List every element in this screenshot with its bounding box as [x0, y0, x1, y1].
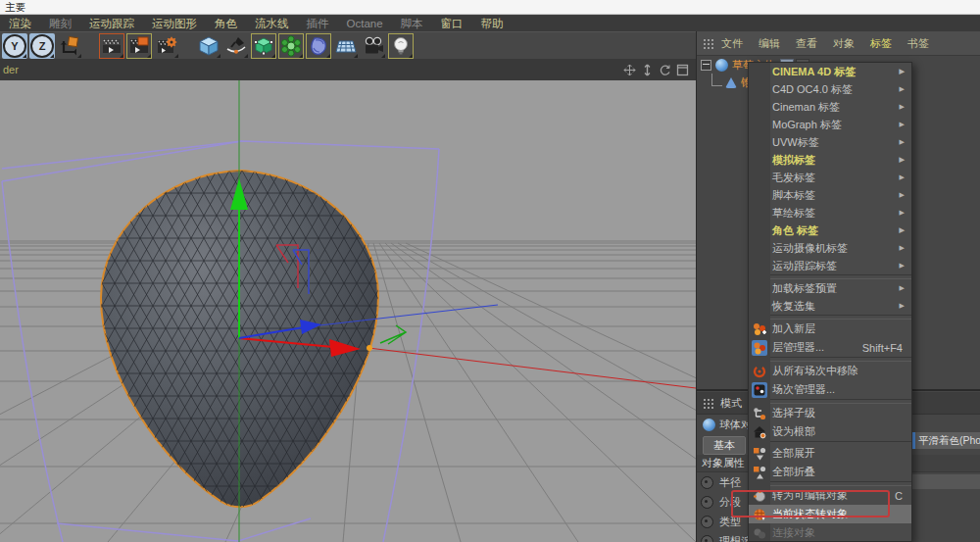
- viewport-scene: [0, 80, 696, 542]
- pan-icon[interactable]: [623, 64, 636, 76]
- menu-item-current-state-to-object[interactable]: 当前状态转对象: [749, 505, 911, 523]
- menu-item-add-new-layer[interactable]: 加入新层: [749, 320, 911, 338]
- object-manager-menu-item[interactable]: 查看: [788, 36, 825, 51]
- menu-item-connect-objects[interactable]: 连接对象: [749, 523, 911, 542]
- tag-submenu-item[interactable]: UVW标签▶: [749, 133, 911, 151]
- y-axis-lock-button[interactable]: Y: [2, 33, 27, 59]
- main-toolbar: Y Z: [0, 31, 696, 59]
- subdivision-surface-button[interactable]: [251, 33, 276, 59]
- tag-submenu-item[interactable]: C4D OC4.0 标签▶: [749, 80, 911, 98]
- tag-submenu-item[interactable]: 角色 标签▶: [749, 222, 911, 239]
- main-menu-item[interactable]: 脚本: [392, 17, 432, 31]
- submenu-arrow-icon: ▶: [900, 226, 905, 234]
- cube-primitive-button[interactable]: [196, 33, 221, 59]
- object-manager-menu-item[interactable]: 编辑: [751, 36, 788, 51]
- keyframe-dot-icon[interactable]: [701, 516, 713, 528]
- tag-submenu-item[interactable]: 草绘标签▶: [749, 204, 911, 222]
- panel-grip-icon[interactable]: [703, 38, 713, 49]
- keyframe-dot-icon[interactable]: [701, 496, 713, 509]
- tag-submenu-item[interactable]: 脚本标签▶: [749, 186, 911, 204]
- main-menu-item[interactable]: 帮助: [472, 17, 513, 31]
- zoom-icon[interactable]: [641, 64, 654, 76]
- layout-tab-label[interactable]: 主要: [5, 1, 25, 13]
- tag-submenu-item[interactable]: 模拟标签▶: [749, 151, 911, 169]
- tag-submenu-item[interactable]: 毛发标签▶: [749, 169, 911, 186]
- deformer-icon: [308, 35, 329, 57]
- property-row[interactable]: 分段: [701, 492, 741, 512]
- layout-tab-bar: 主要: [0, 0, 980, 15]
- main-menu-item[interactable]: Octane: [338, 18, 392, 29]
- menu-item-remove-from-takes[interactable]: 从所有场次中移除: [749, 362, 911, 380]
- submenu-arrow-icon: ▶: [900, 209, 905, 217]
- menu-item-fold-all[interactable]: 全部折叠: [749, 463, 911, 481]
- main-menu-item[interactable]: 渲染: [0, 17, 40, 31]
- main-menu-item[interactable]: 运动跟踪: [80, 17, 143, 31]
- submenu-arrow-icon: ▶: [900, 302, 905, 310]
- object-manager-menu-item[interactable]: 标签: [862, 36, 900, 51]
- object-manager-menu-item[interactable]: 对象: [825, 36, 862, 51]
- main-menu-item[interactable]: 角色: [206, 17, 246, 31]
- camera-icon: [363, 35, 384, 57]
- select-children-icon: [752, 406, 767, 421]
- menu-item-layer-manager[interactable]: 层管理器... Shift+F4: [749, 338, 911, 357]
- main-menu-item[interactable]: 雕刻: [40, 17, 80, 31]
- render-settings-button[interactable]: [154, 33, 179, 59]
- keyframe-dot-icon[interactable]: [701, 476, 713, 489]
- keyframe-dot-icon[interactable]: [701, 535, 713, 542]
- preset-submenu-item[interactable]: 恢复选集▶: [749, 297, 911, 315]
- tag-submenu-item[interactable]: 运动跟踪标签▶: [749, 257, 911, 274]
- tree-branch: [711, 74, 722, 86]
- tag-submenu-item[interactable]: MoGraph 标签▶: [749, 116, 911, 133]
- menu-item-unfold-all[interactable]: 全部展开: [749, 444, 911, 463]
- take-manager-icon: [752, 382, 767, 398]
- subdivision-surface-icon: [253, 35, 274, 57]
- deformer-button[interactable]: [306, 33, 331, 59]
- main-menu-bar: 渲染雕刻运动跟踪运动图形角色流水线插件Octane脚本窗口帮助: [0, 16, 980, 31]
- phong-tag-field[interactable]: 平滑着色(Phong: [912, 432, 980, 449]
- menu-item-make-editable[interactable]: 转为可编辑对象 C: [749, 486, 911, 505]
- viewport-3d-canvas[interactable]: [0, 80, 696, 542]
- floor-environment-button[interactable]: [333, 33, 359, 59]
- attribute-value-band: [912, 474, 980, 489]
- object-manager-menu-item[interactable]: 文件: [713, 36, 751, 51]
- render-view-button[interactable]: [99, 33, 124, 59]
- coordinate-system-button[interactable]: [57, 33, 82, 59]
- tab-basic[interactable]: 基本: [703, 436, 746, 455]
- main-menu-item[interactable]: 窗口: [432, 17, 472, 31]
- object-manager-menu-item[interactable]: 书签: [900, 36, 937, 51]
- submenu-arrow-icon: ▶: [900, 103, 905, 111]
- panel-grip-icon[interactable]: [703, 398, 713, 409]
- rotate-icon[interactable]: [659, 64, 671, 76]
- main-menu-item[interactable]: 运动图形: [143, 17, 206, 31]
- property-row[interactable]: 类型: [701, 512, 741, 531]
- submenu-arrow-icon: ▶: [900, 191, 905, 199]
- viewport-title: der: [0, 64, 19, 75]
- render-to-picture-viewer-button[interactable]: [126, 33, 152, 59]
- preset-submenu-item[interactable]: 加载标签预置▶: [749, 279, 911, 297]
- submenu-arrow-icon: ▶: [900, 138, 905, 146]
- tag-submenu-item[interactable]: Cineman 标签▶: [749, 98, 911, 116]
- collapse-toggle-icon[interactable]: [701, 60, 711, 71]
- set-as-root-icon: [752, 424, 767, 440]
- mograph-button[interactable]: [278, 33, 304, 59]
- mode-menu[interactable]: 模式: [720, 396, 742, 411]
- submenu-arrow-icon: ▶: [900, 173, 905, 181]
- tag-submenu-item[interactable]: 运动摄像机标签▶: [749, 239, 911, 257]
- main-menu-item[interactable]: 流水线: [246, 17, 298, 31]
- pen-spline-button[interactable]: [223, 33, 249, 59]
- tag-submenu-item[interactable]: CINEMA 4D 标签▶: [749, 63, 911, 80]
- property-row[interactable]: 半径: [701, 472, 741, 492]
- cube-primitive-icon: [198, 35, 220, 57]
- menu-item-select-children[interactable]: 选择子级: [749, 404, 911, 422]
- menu-item-take-manager[interactable]: 场次管理器...: [749, 380, 911, 399]
- submenu-arrow-icon: ▶: [900, 85, 905, 93]
- maximize-icon[interactable]: [676, 64, 689, 76]
- z-axis-lock-button[interactable]: Z: [29, 33, 55, 59]
- light-button[interactable]: [388, 33, 414, 59]
- camera-button[interactable]: [361, 33, 386, 59]
- main-menu-item[interactable]: 插件: [298, 17, 338, 31]
- pen-spline-icon: [225, 35, 247, 57]
- add-new-layer-icon: [752, 321, 767, 337]
- menu-item-set-as-root[interactable]: 设为根部: [749, 422, 911, 441]
- mograph-icon: [280, 35, 302, 57]
